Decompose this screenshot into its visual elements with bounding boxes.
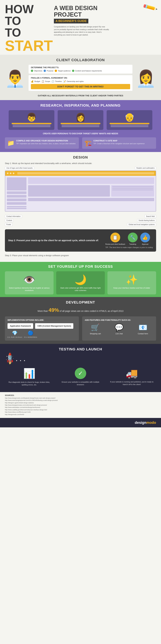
collab-item: Content and feature requirements bbox=[72, 70, 102, 72]
wireframe-mockup bbox=[5, 170, 156, 212]
persona-bar-sm-1 bbox=[13, 125, 50, 126]
eye-icon: 👁️ bbox=[8, 274, 51, 286]
persona-avatar-2: 👩 bbox=[60, 112, 101, 122]
option-cms: CMS (Content Management System) bbox=[35, 323, 73, 329]
success-card-1: 👁️ Select typeface elements that are leg… bbox=[5, 271, 54, 294]
fw-contact-line-1 bbox=[7, 206, 26, 207]
persona-bar-1 bbox=[12, 123, 51, 124]
fw-logo-block bbox=[7, 178, 26, 190]
fw-main bbox=[28, 178, 154, 210]
sources-section: SOURCES: http://www.designmodo.com/blog/… bbox=[0, 392, 161, 418]
eg-wp-label: e.g. WORDPRESS bbox=[24, 336, 37, 338]
feature-chat: 💬 Live chat bbox=[109, 323, 130, 334]
construct-box: 🏗️ CONSTRUCT A SITE MAP TIP: Create a fl… bbox=[82, 137, 156, 149]
annotation-row-footer: Footer Global and local navigation syste… bbox=[5, 223, 156, 226]
approve-label: Approval bbox=[140, 243, 150, 245]
source-link-5[interactable]: http://www.websitetips.com/articles/desi… bbox=[5, 406, 156, 408]
wireframe-annotated: Use of logos and other brand assets Head… bbox=[5, 166, 156, 226]
ann-footer: Footer bbox=[5, 223, 13, 226]
success-text-1: Select typeface elements that are legibl… bbox=[8, 287, 51, 292]
step2-approve: 👍 Approval bbox=[140, 232, 150, 245]
chat-icon: 💬 bbox=[109, 323, 130, 332]
hero-section: HOW TO TO START A WEB DESIGN PROJECT A B… bbox=[0, 0, 161, 55]
ann-content: Content bbox=[5, 219, 14, 222]
launch-text-3: If your website is running and polished,… bbox=[110, 380, 153, 386]
hero-beginners: A BEGINNER'S GUIDE bbox=[54, 19, 88, 24]
client-collab-section: CLIENT COLLABORATION 👨‍💼 DETERMINE THE P… bbox=[0, 55, 161, 100]
gather-text: GATHER ALL NECESSARY MATERIALS FROM THE … bbox=[5, 92, 156, 97]
persona-avatar-3: 👴 bbox=[109, 112, 150, 122]
fw-nav-3 bbox=[7, 198, 26, 201]
fw-url-bar bbox=[17, 172, 154, 174]
fw-footer-bar bbox=[28, 198, 154, 201]
source-link-2[interactable]: http://www.searchenginejournal.com/2011/… bbox=[5, 399, 156, 402]
check-circle: ✓ bbox=[75, 368, 86, 379]
finalize-title: FINALIZE A FORMAL AGREEMENT ON: bbox=[31, 77, 130, 79]
fw-dot-1 bbox=[7, 172, 9, 174]
option-framework: Application framework bbox=[8, 323, 33, 329]
sitemap-icon: 🏗️ bbox=[85, 140, 92, 146]
source-link-8[interactable]: http://designmodo.com/html5/ bbox=[5, 414, 156, 416]
source-link-4[interactable]: http://www.designprincipia.com/understan… bbox=[5, 404, 156, 406]
review-label: Review and client feedback bbox=[105, 243, 125, 245]
step2-review: 📋 Review and client feedback bbox=[105, 232, 125, 245]
fw-header bbox=[5, 171, 156, 176]
fw-side-line-2 bbox=[112, 188, 153, 189]
feature-contact: 📧 Contact form bbox=[132, 323, 153, 334]
dont-forget: DON'T FORGET to get this in writing! bbox=[31, 84, 130, 89]
compile-box: 📁 COMPILE AND ORGANIZE YOUR DESIGN INSPI… bbox=[5, 137, 79, 149]
collab-item: Target audience bbox=[55, 70, 70, 72]
hero-left: HOW TO TO START bbox=[5, 3, 51, 53]
finalize-box: FINALIZE A FORMAL AGREEMENT ON: 💰 Budget… bbox=[29, 75, 132, 91]
fw-side-line-1 bbox=[112, 186, 153, 187]
wp-icon: 🔵 bbox=[28, 330, 33, 336]
launch-card-1: 📊 Run diagnostic tests to check for bugs… bbox=[5, 365, 54, 389]
ownership-icon: 📝 bbox=[63, 80, 66, 83]
source-link-1[interactable]: http://www.designmodo.com/blog/web-desig… bbox=[5, 397, 156, 399]
footer-logo-accent: modo bbox=[146, 420, 156, 424]
features-title: Add features and functionality such as: bbox=[85, 319, 153, 321]
launch-text-1: Run diagnostic tests to check for bugs, … bbox=[8, 381, 51, 386]
create-personas-text: CREATE USER PERSONAS TO DISCOVER TARGET … bbox=[5, 132, 156, 135]
fw-sidebar bbox=[7, 178, 26, 210]
fw-main-top bbox=[28, 178, 154, 184]
launch-title: TESTING AND LAUNCH bbox=[5, 347, 156, 352]
hero-right: A WEB DESIGN PROJECT A BEGINNER'S GUIDE … bbox=[51, 3, 156, 36]
research-section: RESEARCH, INSPIRATION, AND PLANNING 👦 👩 … bbox=[0, 100, 161, 152]
fw-dot-3 bbox=[13, 172, 14, 174]
stars-decoration: ✦ ✦ ✦ bbox=[16, 359, 26, 362]
truck-icon: 🚚 bbox=[110, 368, 153, 379]
construct-title: CONSTRUCT A SITE MAP bbox=[93, 140, 145, 142]
compile-row: 📁 COMPILE AND ORGANIZE YOUR DESIGN INSPI… bbox=[5, 137, 156, 149]
source-link-6[interactable]: http://www.usability.gov/what-and-why/us… bbox=[5, 409, 156, 411]
success-card-2: 🌙 Dark color schemes get 30% more traffi… bbox=[56, 271, 105, 294]
green-dot bbox=[31, 70, 33, 72]
determine-box: DETERMINE THE PROJECT'S: Objectives Purp… bbox=[29, 65, 132, 74]
eg-rails-label: e.g. RUBY ON RAILS bbox=[8, 336, 22, 338]
step2-icons-wrapper: 📋 Review and client feedback 🔧 Tweaking … bbox=[105, 232, 153, 248]
launch-card-2: ✓ Ensure your website is compatible with… bbox=[56, 365, 105, 389]
fw-side-line-3 bbox=[112, 190, 153, 190]
collab-content: DETERMINE THE PROJECT'S: Objectives Purp… bbox=[29, 65, 132, 92]
persona-screen-1: 👦 bbox=[9, 110, 54, 130]
footer-section: designmodo bbox=[0, 418, 161, 428]
source-link-7[interactable]: http://www.lukew.com/ff/entry.asp?1436 bbox=[5, 411, 156, 413]
green-dot-2 bbox=[72, 70, 74, 72]
source-link-3[interactable]: http://designm.ag/2013/web-design-statis… bbox=[5, 402, 156, 404]
step3-label: Step 3: Place your visual elements using… bbox=[5, 254, 156, 257]
sparkle-icon: ✨ bbox=[110, 274, 153, 286]
construct-tip: TIP: Create a flowchart of the navigatio… bbox=[93, 142, 145, 145]
fw-main-content bbox=[28, 185, 154, 196]
research-title: RESEARCH, INSPIRATION, AND PLANNING bbox=[5, 103, 156, 108]
collab-item: Purpose bbox=[44, 70, 53, 72]
fw-nav-1 bbox=[7, 192, 26, 194]
launch-section: TESTING AND LAUNCH 🚀 ✦ ✦ ✦ 📊 Run diagnos… bbox=[0, 344, 161, 392]
ann-contact: Contact information bbox=[5, 215, 22, 218]
moon-icon: 🌙 bbox=[59, 274, 102, 286]
design-section: DESIGN Step 1: Mock up the layout and in… bbox=[0, 152, 161, 262]
collab-item: Objectives bbox=[31, 70, 42, 72]
fw-nav-2 bbox=[7, 195, 26, 198]
client-collab-title: CLIENT COLLABORATION bbox=[5, 58, 156, 62]
finalize-item: 🕐 Timeline bbox=[51, 80, 62, 83]
dev-columns: Implementation options include: Applicat… bbox=[5, 316, 156, 341]
